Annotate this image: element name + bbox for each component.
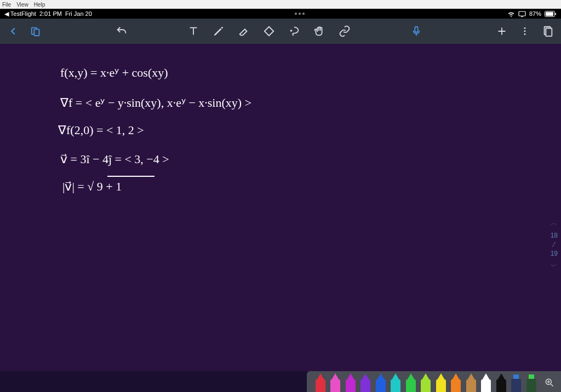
total-pages: 19	[551, 249, 558, 258]
menu-view[interactable]: View	[16, 2, 28, 8]
pen-magenta[interactable]	[344, 373, 358, 392]
page-indicator: ︿ 18 ⁄ 19 ﹀	[551, 218, 558, 271]
svg-rect-13	[546, 28, 552, 37]
handwriting-line-4: v⃗ = 3î − 4ĵ = < 3, −4 >	[60, 152, 169, 166]
pen-black[interactable]	[494, 373, 508, 392]
handwriting-line-3: ∇f(2,0) = < 1, 2 >	[58, 123, 144, 137]
pen-orange[interactable]	[449, 373, 463, 392]
more-button[interactable]	[517, 24, 533, 39]
status-time: 2:01 PM	[39, 10, 62, 17]
svg-rect-6	[34, 29, 39, 36]
app-toolbar	[0, 19, 561, 44]
pen-pink[interactable]	[329, 373, 343, 392]
link-tool-button[interactable]	[337, 24, 352, 39]
add-button[interactable]	[494, 24, 510, 39]
svg-point-10	[524, 31, 526, 32]
pen-lime[interactable]	[419, 373, 433, 392]
pen-blue[interactable]	[374, 373, 388, 392]
handwriting-line-1: f(x,y) = x·eʸ + cos(xy)	[60, 66, 168, 80]
handwriting-line-5: |v⃗| = √ 9 + 1	[62, 180, 122, 194]
note-canvas[interactable]: f(x,y) = x·eʸ + cos(xy) ∇f = < eʸ − y·si…	[0, 44, 561, 371]
menu-help[interactable]: Help	[34, 2, 45, 8]
pen-tool-button[interactable]	[211, 24, 226, 39]
back-to-app[interactable]: ◀ TestFlight	[4, 10, 36, 18]
zoom-button[interactable]	[542, 374, 558, 391]
eraser-tool-button[interactable]	[236, 24, 251, 39]
screen-mirror-icon	[518, 11, 526, 17]
status-date: Fri Jan 20	[65, 10, 92, 17]
page-up-button[interactable]: ︿	[551, 218, 558, 228]
page-down-button[interactable]: ﹀	[551, 262, 558, 271]
pen-brown[interactable]	[464, 373, 478, 392]
menu-file[interactable]: File	[2, 2, 11, 8]
multitask-dots-icon[interactable]	[295, 13, 305, 15]
undo-button[interactable]	[114, 24, 129, 39]
svg-rect-4	[556, 13, 557, 15]
marker-green[interactable]	[524, 373, 539, 392]
battery-icon	[545, 11, 557, 17]
svg-point-9	[524, 27, 526, 29]
current-page: 18	[551, 231, 558, 240]
device-statusbar: ◀ TestFlight 2:01 PM Fri Jan 20 87%	[0, 9, 561, 19]
back-button[interactable]	[5, 24, 21, 39]
handwriting-line-2: ∇f = < eʸ − y·sin(xy), x·eʸ − x·sin(xy) …	[60, 96, 251, 110]
pen-white[interactable]	[479, 373, 494, 392]
svg-point-11	[524, 33, 526, 35]
bottom-toolbar	[0, 371, 561, 392]
document-browser-button[interactable]	[28, 24, 44, 39]
page-separator: ⁄	[551, 240, 558, 250]
svg-rect-1	[521, 16, 523, 17]
os-menubar: File View Help	[0, 0, 561, 9]
pages-button[interactable]	[540, 24, 556, 39]
svg-rect-0	[519, 11, 525, 16]
svg-rect-3	[546, 12, 553, 16]
sqrt-bar	[107, 176, 154, 177]
pen-palette	[307, 371, 561, 392]
pen-teal[interactable]	[389, 373, 403, 392]
mic-button[interactable]	[409, 24, 424, 39]
pen-yellow[interactable]	[434, 373, 448, 392]
pen-green[interactable]	[404, 373, 418, 392]
text-tool-button[interactable]	[186, 24, 201, 39]
battery-percent: 87%	[529, 10, 541, 17]
pen-red[interactable]	[313, 373, 328, 392]
wifi-icon	[507, 11, 515, 17]
svg-point-7	[291, 30, 292, 31]
svg-rect-8	[415, 27, 418, 32]
lasso-tool-button[interactable]	[287, 24, 302, 39]
hand-tool-button[interactable]	[312, 24, 327, 39]
pen-purple[interactable]	[359, 373, 373, 392]
shape-eraser-button[interactable]	[261, 24, 277, 39]
marker-blue[interactable]	[510, 373, 524, 392]
